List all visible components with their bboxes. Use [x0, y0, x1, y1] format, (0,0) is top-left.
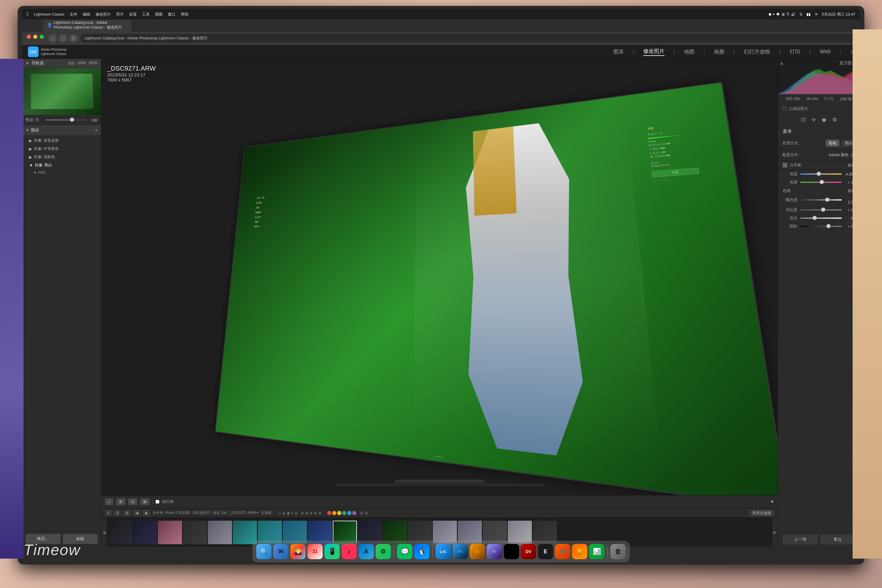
- temp-slider[interactable]: [800, 174, 842, 175]
- nav-slideshow[interactable]: 幻灯片放映: [744, 48, 770, 55]
- preset-portrait-dark[interactable]: ▶ 肖像: 深色皮肤: [22, 136, 101, 145]
- presets-header[interactable]: ▼ 预设 +: [22, 125, 101, 135]
- menu-photo[interactable]: 照片: [116, 12, 124, 17]
- original-checkbox[interactable]: [783, 107, 787, 111]
- temp-thumb[interactable]: [817, 172, 821, 176]
- filmstrip-item-s28[interactable]: S28: [358, 520, 382, 544]
- dock-davinci[interactable]: DV: [521, 544, 536, 559]
- dock-premiere[interactable]: Pr: [487, 544, 502, 559]
- filmstrip-item-s21[interactable]: S21: [183, 520, 207, 544]
- filmstrip-item-s22[interactable]: S22: [208, 520, 232, 544]
- filmstrip-item-s26[interactable]: S26: [308, 520, 332, 544]
- dock-numbers[interactable]: 📊: [589, 544, 604, 559]
- dock-wechat[interactable]: 💬: [397, 544, 412, 559]
- address-bar[interactable]: Lightroom Catalog.lrcat - Adobe Photosho…: [80, 34, 856, 43]
- redeye-icon[interactable]: ◉: [822, 116, 826, 123]
- contrast-slider[interactable]: [800, 209, 842, 210]
- shadows-slider[interactable]: [800, 226, 842, 227]
- filmstrip-item-s25[interactable]: S25: [283, 520, 307, 544]
- profile-value[interactable]: Adobe 颜色: [829, 152, 849, 158]
- filmstrip-item-s24[interactable]: S24: [258, 520, 282, 544]
- close-filter-btn[interactable]: 关闭过滤器: [749, 510, 774, 516]
- filter-icon-4[interactable]: ≡: [291, 511, 293, 515]
- nav-web[interactable]: Web: [820, 48, 831, 55]
- nav-opt-fit[interactable]: 适合: [68, 61, 75, 66]
- highlights-thumb[interactable]: [813, 216, 817, 220]
- color-label-green[interactable]: [342, 511, 346, 515]
- filmstrip-item-s33[interactable]: S33: [483, 520, 507, 544]
- filmstrip-next[interactable]: ▶: [772, 518, 778, 547]
- proc-color-btn[interactable]: 彩色: [826, 140, 839, 147]
- add-preset-btn[interactable]: +: [95, 128, 98, 133]
- filmstrip-item-s31[interactable]: S31: [433, 520, 457, 544]
- menu-tools[interactable]: 工具: [142, 12, 150, 17]
- nav-book[interactable]: 画册: [714, 48, 724, 55]
- star-1[interactable]: ★: [300, 511, 304, 515]
- dock-system[interactable]: ⚙: [376, 544, 391, 559]
- histogram-up[interactable]: ▲: [779, 60, 784, 66]
- dock-finalcut[interactable]: ▶: [504, 544, 519, 559]
- dock-game2[interactable]: 🏆: [572, 544, 587, 559]
- nav-opt-100[interactable]: 100%: [77, 61, 86, 66]
- view-normal-btn[interactable]: □: [105, 498, 113, 505]
- filmstrip-item-s19[interactable]: S19: [133, 520, 157, 544]
- next-arrow-btn[interactable]: ▶: [143, 510, 150, 516]
- nav-develop[interactable]: 修改照片: [643, 48, 664, 56]
- star-2[interactable]: ★: [305, 511, 309, 515]
- dock-finder[interactable]: 🔍: [256, 544, 272, 559]
- prev-photo-btn[interactable]: 上一张: [783, 534, 818, 544]
- filmstrip-item-s35[interactable]: S35: [533, 520, 557, 544]
- minimize-button[interactable]: [33, 35, 38, 39]
- dock-qq[interactable]: 🐧: [414, 544, 429, 559]
- menu-view[interactable]: 视图: [155, 12, 163, 17]
- menu-develop[interactable]: 修改照片: [96, 12, 111, 17]
- color-label-purple[interactable]: [352, 511, 356, 515]
- preset-portrait-bw[interactable]: ▼ 肖像: 黑白: [22, 161, 101, 170]
- dock-ai-illustrator[interactable]: Ai: [470, 544, 485, 559]
- dock-appstore[interactable]: A: [358, 544, 374, 559]
- filter-icon-2[interactable]: ◈: [282, 511, 285, 515]
- page-num-2[interactable]: 2: [114, 510, 121, 516]
- maximize-button[interactable]: [40, 35, 44, 39]
- healing-icon[interactable]: ⊹: [812, 116, 816, 123]
- nav-map[interactable]: 地图: [684, 48, 694, 55]
- tint-slider[interactable]: [800, 182, 842, 183]
- dock-epic[interactable]: E: [538, 544, 553, 559]
- color-label-blue[interactable]: [347, 511, 351, 515]
- preset-portrait-mid[interactable]: ▶ 肖像: 中等肤色: [22, 145, 101, 153]
- dock-calendar[interactable]: 31: [308, 544, 323, 559]
- siri-icon[interactable]: S: [800, 12, 802, 16]
- view-loupe-btn[interactable]: ⊠: [140, 498, 149, 505]
- app-name[interactable]: Lightroom Classic: [34, 12, 64, 16]
- tint-thumb[interactable]: [820, 180, 824, 184]
- preset-portrait-light[interactable]: ▶ 肖像: 浅肤色: [22, 153, 101, 161]
- view-survey-btn[interactable]: ⊡: [128, 498, 137, 505]
- nav-opt-300[interactable]: 300%: [88, 61, 98, 66]
- close-button[interactable]: [27, 35, 31, 39]
- color-label-yellow[interactable]: [337, 511, 341, 515]
- prev-arrow-btn[interactable]: ◀: [133, 510, 141, 516]
- color-label-orange[interactable]: [332, 511, 336, 515]
- filmstrip-item-s32[interactable]: S32: [458, 520, 482, 544]
- menu-edit[interactable]: 编辑: [82, 12, 90, 17]
- filmstrip-prev[interactable]: ◀: [101, 518, 107, 547]
- dock-facetime[interactable]: 📱: [325, 544, 340, 559]
- filmstrip-item-s30[interactable]: S30: [408, 520, 432, 544]
- filmstrip-item-s29[interactable]: S29: [383, 520, 407, 544]
- filmstrip-item-s18[interactable]: S18: [108, 520, 132, 544]
- reset-btn[interactable]: 复位: [820, 534, 855, 544]
- refresh-button[interactable]: ↻: [70, 34, 78, 42]
- star-5[interactable]: ★: [318, 511, 322, 515]
- dock-photos[interactable]: 🌄: [291, 544, 306, 559]
- filmstrip-item-s20[interactable]: S20: [158, 520, 182, 544]
- nav-print[interactable]: 打印: [790, 48, 800, 55]
- toolbar-arrow[interactable]: ▼: [770, 500, 774, 504]
- filmstrip-item-s27[interactable]: S27: [333, 520, 357, 544]
- view-icon-2[interactable]: ⊟: [364, 511, 368, 515]
- apple-menu[interactable]: : [27, 11, 29, 17]
- dock-music[interactable]: ♪: [342, 544, 357, 559]
- back-button[interactable]: ←: [48, 34, 57, 42]
- softproof-checkbox[interactable]: [156, 500, 159, 504]
- page-num-1[interactable]: 1: [105, 510, 112, 516]
- gradfilter-icon[interactable]: ⚙: [832, 116, 837, 123]
